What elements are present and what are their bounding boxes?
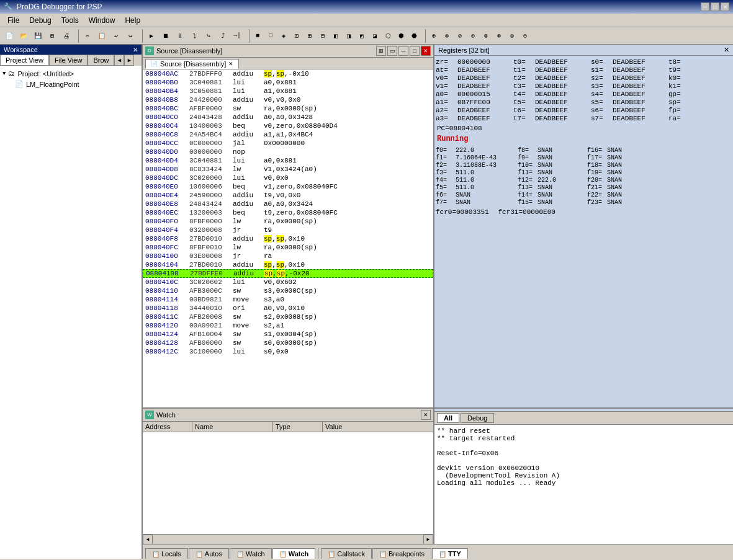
reg-rows-container: zr=00000000 t0=DEADBEEF s0=DEADBEEF t8= … <box>436 58 732 122</box>
tb-b10[interactable]: ◪ <box>369 29 381 43</box>
sidebar-scroll-right[interactable]: ▶ <box>124 55 134 66</box>
copy-button[interactable]: 📋 <box>95 29 109 43</box>
tb-d1[interactable]: ⊕ <box>428 29 440 43</box>
menu-tools[interactable]: Tools <box>56 15 84 26</box>
stop-button[interactable]: ⏹ <box>159 29 173 43</box>
menu-window[interactable]: Window <box>84 15 120 26</box>
register-row: a1=0B7FFE00 t5=DEADBEEF s5=DEADBEEF sp= <box>436 99 732 106</box>
watch-col-address: Address <box>143 422 192 432</box>
minimize-button[interactable]: ─ <box>701 2 709 11</box>
close-button[interactable]: ✕ <box>721 2 729 11</box>
tty-tab-debug[interactable]: Debug <box>461 413 494 423</box>
step-over[interactable]: ⤵ <box>187 29 201 43</box>
tab-watch1[interactable]: 📋 Watch <box>230 548 272 559</box>
tb-d5[interactable]: ⊚ <box>480 29 492 43</box>
tb-b2[interactable]: □ <box>264 29 277 43</box>
step-into[interactable]: ⤷ <box>202 29 215 43</box>
dis-restore-btn[interactable]: ▭ <box>387 46 397 56</box>
tb-d3[interactable]: ⊘ <box>454 29 466 43</box>
tab-tty[interactable]: 📋 TTY <box>432 548 468 559</box>
content-area: D Source [Disassembly] ⊞ ▭ ─ □ ✕ 📄 Sourc… <box>143 45 733 559</box>
tb-b5[interactable]: ⊞ <box>304 29 316 43</box>
watch-col-type: Type <box>273 422 323 432</box>
tb-d2[interactable]: ⊗ <box>441 29 453 43</box>
tab-locals[interactable]: 📋 Locals <box>145 548 188 559</box>
tb-b7[interactable]: ◧ <box>330 29 342 43</box>
tb-b6[interactable]: ⊟ <box>317 29 329 43</box>
scroll-left-btn[interactable]: ◀ <box>143 535 153 544</box>
tb-b11[interactable]: ⬡ <box>382 29 394 43</box>
tree-project-item[interactable]: ▼ 🗂 Project: <Untitled> <box>2 68 139 79</box>
disassembly-row: 088040CC0C000000jal0x00000000 <box>143 139 433 148</box>
sidebar-tab-project[interactable]: Project View <box>0 55 49 66</box>
toolbar-group-3: ■ □ ◈ ⊡ ⊞ ⊟ ◧ ◨ ◩ ◪ ⬡ ⬢ ⬣ <box>251 29 420 43</box>
sidebar-scroll-left[interactable]: ◀ <box>114 55 124 66</box>
save-button[interactable]: 💾 <box>31 29 45 43</box>
toolbar-extra1[interactable]: ⊞ <box>45 29 59 43</box>
dis-close-btn[interactable]: ✕ <box>421 46 431 56</box>
sidebar-header: Workspace ✕ <box>0 45 142 55</box>
run-to-cursor[interactable]: →| <box>230 29 244 43</box>
bottom-tab-group-right: 📋 Callstack 📋 Breakpoints 📋 TTY <box>318 548 470 559</box>
watch1-label: Watch <box>246 550 265 558</box>
open-button[interactable]: 📂 <box>17 29 30 43</box>
disassembly-lines[interactable]: 088040AC27BDFFF0addiusp,sp,-0x10088040B0… <box>143 69 433 407</box>
tab-close-icon[interactable]: ✕ <box>228 61 233 67</box>
tb-b9[interactable]: ◩ <box>356 29 368 43</box>
play-button[interactable]: ▶ <box>145 29 158 43</box>
watch-scrollbar[interactable]: ◀ ▶ <box>143 534 433 544</box>
watch-close-btn[interactable]: ✕ <box>421 410 431 420</box>
tab-autos[interactable]: 📋 Autos <box>189 548 229 559</box>
cut-button[interactable]: ✂ <box>81 29 94 43</box>
redo-button[interactable]: ↪ <box>124 29 137 43</box>
fcr31-label: fcr31=00000E00 <box>498 208 555 216</box>
tb-b12[interactable]: ⬢ <box>395 29 407 43</box>
disassembly-row: 088040B03C040881luia0,0x881 <box>143 78 433 87</box>
tab-icon: 📄 <box>151 61 158 67</box>
pause-button[interactable]: ⏸ <box>173 29 187 43</box>
toolbar-sep-4 <box>422 29 426 43</box>
dis-max-btn[interactable]: □ <box>410 46 420 56</box>
tb-b1[interactable]: ■ <box>251 29 264 43</box>
tab-breakpoints[interactable]: 📋 Breakpoints <box>372 548 431 559</box>
watch-col-value: Value <box>323 422 372 432</box>
reg-close-icon[interactable]: ✕ <box>724 46 729 54</box>
tb-b13[interactable]: ⬣ <box>408 29 420 43</box>
disassembly-row: 0880411834440010oria0,v0,0x10 <box>143 304 433 313</box>
tb-b3[interactable]: ◈ <box>277 29 290 43</box>
tb-d6[interactable]: ⊛ <box>493 29 505 43</box>
dis-float-btn[interactable]: ⊞ <box>376 46 386 56</box>
scroll-right-btn[interactable]: ▶ <box>423 535 433 544</box>
tty-content[interactable]: ** hard reset ** target restarted Reset-… <box>434 425 733 544</box>
sidebar-tab-file[interactable]: File View <box>49 55 88 66</box>
tty-tab-all[interactable]: All <box>437 413 459 423</box>
tab-watch2[interactable]: 📋 Watch <box>272 548 316 559</box>
tb-b4[interactable]: ⊡ <box>290 29 303 43</box>
menu-debug[interactable]: Debug <box>24 15 56 26</box>
dis-min-btn[interactable]: ─ <box>398 46 408 56</box>
callstack-label: Callstack <box>337 550 365 558</box>
menu-help[interactable]: Help <box>120 15 145 26</box>
disassembly-tab[interactable]: 📄 Source [Disassembly] ✕ <box>145 59 239 69</box>
tree-child-item[interactable]: 📄 LM_FloatingPoint <box>2 79 139 89</box>
toolbar-extra2[interactable]: 🖨 <box>60 29 73 43</box>
new-button[interactable]: 📄 <box>2 29 16 43</box>
undo-button[interactable]: ↩ <box>109 29 123 43</box>
autos-label: Autos <box>205 550 222 558</box>
window-controls: ─ □ ✕ <box>701 2 729 11</box>
freg-container: f0=222.0 f8=SNAN f16=SNAN f1=7.16064E-43… <box>436 147 732 206</box>
sidebar-close-icon[interactable]: ✕ <box>133 47 138 53</box>
disassembly-row: 088040D88C833424lwv1,0x3424(a0) <box>143 165 433 174</box>
step-out[interactable]: ⤴ <box>216 29 230 43</box>
tab-callstack[interactable]: 📋 Callstack <box>321 548 372 559</box>
maximize-button[interactable]: □ <box>711 2 719 11</box>
callstack-icon: 📋 <box>328 551 335 558</box>
tb-b8[interactable]: ◨ <box>343 29 355 43</box>
watch-content[interactable] <box>143 432 433 534</box>
tb-d8[interactable]: ⊝ <box>519 29 531 43</box>
tb-d4[interactable]: ⊙ <box>467 29 479 43</box>
tb-d7[interactable]: ⊜ <box>506 29 518 43</box>
menu-file[interactable]: File <box>2 15 24 26</box>
sidebar-tab-brow[interactable]: Brow <box>88 55 114 66</box>
child-label: LM_FloatingPoint <box>26 81 79 88</box>
